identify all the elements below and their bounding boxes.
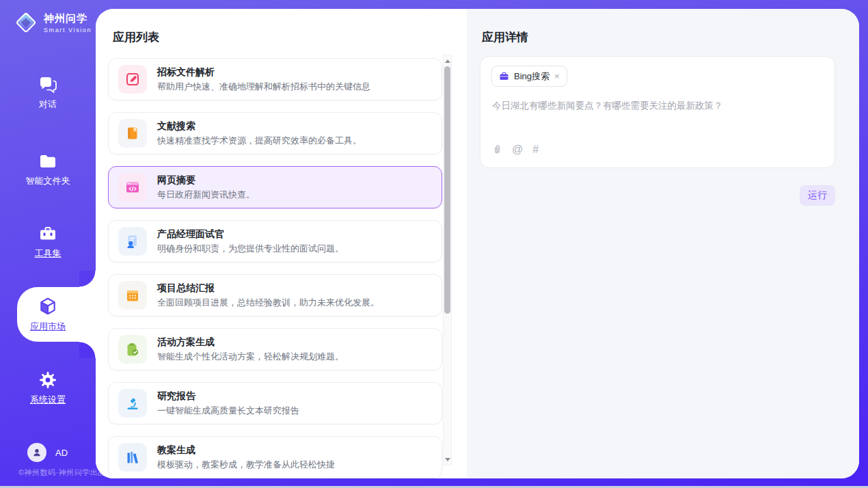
app-cards: 招标文件解析 帮助用户快速、准确地理解和解析招标书中的关键信息 文献搜索 (108, 58, 442, 478)
copyright-footer: ©神州数码·神州问学出品 (18, 467, 106, 478)
sidebar-item-label: 工具集 (0, 247, 96, 260)
app-card-event-plan[interactable]: 活动方案生成 智能生成个性化活动方案，轻松解决规划难题。 (108, 328, 442, 370)
sidebar-item-smart-folder[interactable]: 智能文件夹 (0, 152, 96, 187)
app-name: 教案生成 (157, 444, 335, 456)
app-list-scrollbar[interactable] (443, 55, 452, 465)
app-name: 项目总结汇报 (157, 282, 379, 294)
app-desc: 每日政府新闻资讯快查。 (157, 189, 255, 200)
app-desc: 模板驱动，教案秒成，教学准备从此轻松快捷 (157, 459, 335, 470)
app-name: 招标文件解析 (157, 66, 370, 78)
composer-toolbar: @ # (492, 144, 539, 155)
paperclip-icon[interactable] (492, 144, 502, 155)
sidebar-item-label: 应用市场 (0, 321, 96, 333)
gear-icon (38, 370, 57, 390)
avatar (27, 443, 46, 462)
app-card-bid-analysis[interactable]: 招标文件解析 帮助用户快速、准确地理解和解析招标书中的关键信息 (108, 58, 442, 100)
app-list-panel: 应用列表 招标文件解析 帮助用户快速、准确地理解和解析招标书中的关键信息 (96, 9, 467, 478)
sidebar-item-label: 对话 (0, 98, 96, 111)
edit-document-icon (118, 65, 147, 94)
app-desc: 快速精准查找学术资源，提高研究效率的必备工具。 (157, 135, 362, 146)
user-account[interactable]: AD (27, 443, 68, 462)
sidebar-item-chat[interactable]: 对话 (0, 75, 96, 111)
app-list-title: 应用列表 (113, 29, 159, 45)
app-name: 活动方案生成 (157, 336, 344, 348)
sidebar-item-system-settings[interactable]: 系统设置 (0, 370, 96, 406)
app-desc: 智能生成个性化活动方案，轻松解决规划难题。 (157, 351, 344, 362)
run-button[interactable]: 运行 (800, 185, 835, 206)
app-card-research-report[interactable]: 研究报告 一键智能生成高质量长文本研究报告 (108, 382, 442, 424)
sidebar-item-toolset[interactable]: 工具集 (0, 224, 96, 260)
toolbox-icon (38, 224, 57, 243)
sidebar-item-label: 智能文件夹 (0, 175, 96, 187)
app-desc: 明确身份和职责，为您提供专业性的面试问题。 (157, 243, 344, 254)
scroll-down-arrow-icon[interactable] (444, 455, 451, 464)
tool-chip-label: Bing搜索 (514, 70, 550, 83)
sidebar-item-label: 系统设置 (0, 394, 96, 406)
close-icon[interactable]: × (554, 72, 560, 81)
calendar-icon (118, 281, 147, 310)
scroll-up-arrow-icon[interactable] (444, 56, 451, 66)
app-detail-panel: 应用详情 Bing搜索 × 今日湖北有哪些新闻要点？有哪些需要关注的最新政策？ (467, 9, 859, 478)
app-card-lesson-plan[interactable]: 教案生成 模板驱动，教案秒成，教学准备从此轻松快捷 (108, 436, 442, 478)
books-icon (118, 443, 147, 472)
app-desc: 帮助用户快速、准确地理解和解析招标书中的关键信息 (157, 81, 370, 92)
app-detail-title: 应用详情 (482, 29, 528, 45)
logo-diamond-icon (14, 10, 38, 35)
app-name: 产品经理面试官 (157, 228, 344, 240)
brand-name: 神州问学 (44, 12, 92, 25)
user-label: AD (55, 448, 68, 458)
app-name: 文献搜索 (157, 120, 362, 132)
folder-icon (38, 152, 57, 171)
sidebar-item-app-market[interactable]: 应用市场 (0, 296, 96, 333)
briefcase-icon (499, 71, 509, 81)
scrollbar-thumb[interactable] (444, 66, 450, 314)
clipboard-check-icon (118, 335, 147, 364)
book-icon (118, 119, 147, 148)
app-name: 网页摘要 (157, 174, 255, 186)
brand-subtitle: Smart Vision (44, 27, 92, 33)
tool-chip-bing-search[interactable]: Bing搜索 × (491, 66, 567, 87)
app-card-web-summary[interactable]: 网页摘要 每日政府新闻资讯快查。 (108, 166, 442, 208)
hash-tag-icon[interactable]: # (532, 144, 539, 155)
interviewer-icon (118, 227, 147, 256)
app-name: 研究报告 (157, 390, 299, 402)
prompt-editor[interactable]: Bing搜索 × 今日湖北有哪些新闻要点？有哪些需要关注的最新政策？ @ # (480, 56, 835, 168)
at-mention-icon[interactable]: @ (512, 144, 523, 155)
app-card-pm-interviewer[interactable]: 产品经理面试官 明确身份和职责，为您提供专业性的面试问题。 (108, 220, 442, 262)
active-tab-notch-bottom (79, 342, 96, 358)
cube-icon (38, 296, 58, 316)
chat-icon (38, 75, 57, 94)
active-tab-notch-top (79, 271, 96, 287)
prompt-query-text: 今日湖北有哪些新闻要点？有哪些需要关注的最新政策？ (492, 99, 824, 113)
app-desc: 一键智能生成高质量长文本研究报告 (157, 405, 299, 416)
app-window: 神州问学 Smart Vision 对话 智能文件夹 工具集 (0, 0, 868, 488)
app-desc: 全面回顾项目进展，总结经验教训，助力未来优化发展。 (157, 297, 379, 308)
app-card-literature-search[interactable]: 文献搜索 快速精准查找学术资源，提高研究效率的必备工具。 (108, 112, 442, 154)
microscope-icon (118, 389, 147, 418)
browser-code-icon (118, 173, 147, 202)
brand-logo: 神州问学 Smart Vision (14, 10, 92, 35)
person-icon (31, 446, 43, 459)
app-card-project-summary[interactable]: 项目总结汇报 全面回顾项目进展，总结经验教训，助力未来优化发展。 (108, 274, 442, 316)
main-content: 应用列表 招标文件解析 帮助用户快速、准确地理解和解析招标书中的关键信息 (96, 9, 859, 478)
